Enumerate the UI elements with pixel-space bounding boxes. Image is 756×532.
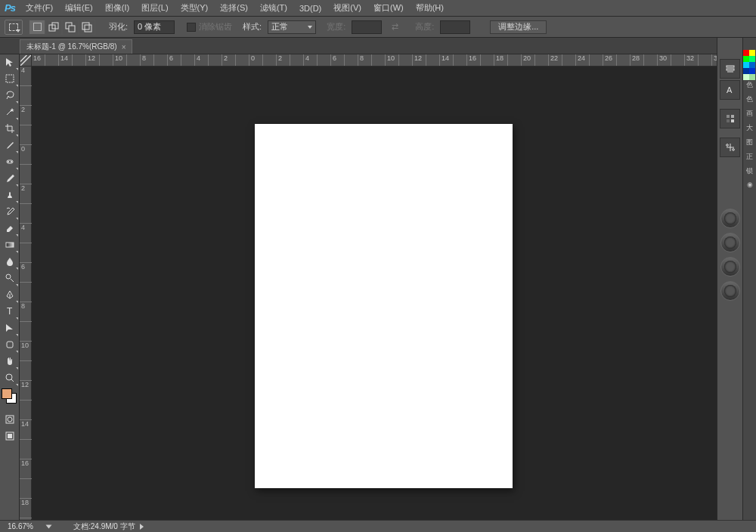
history-panel-icon[interactable] — [720, 59, 740, 79]
svg-rect-30 — [731, 115, 734, 118]
menu-edit[interactable]: 编辑(E) — [59, 2, 99, 14]
panel-label: ◉ — [743, 181, 756, 188]
zoom-level[interactable]: 16.67% — [0, 522, 45, 530]
vertical-ruler[interactable]: 4202468101214161822333 — [20, 54, 32, 520]
menu-window[interactable]: 窗口(W) — [367, 2, 410, 14]
document-tab[interactable]: 未标题-1 @ 16.7%(RGB/8) × — [20, 39, 132, 54]
panel-label: 图 — [743, 138, 756, 147]
tool-path[interactable] — [1, 320, 19, 337]
panel-label: 色 — [743, 80, 756, 90]
svg-text:T: T — [7, 306, 13, 317]
feather-label: 羽化: — [109, 21, 128, 32]
tool-type[interactable]: T — [1, 304, 19, 320]
lasso-icon — [5, 90, 15, 103]
svg-point-10 — [11, 161, 11, 162]
zoom-caret-icon[interactable] — [46, 524, 52, 528]
tool-stamp[interactable] — [1, 187, 19, 204]
antialias-label: 消除锯齿 — [199, 21, 232, 32]
menu-help[interactable]: 帮助(H) — [410, 2, 450, 14]
style-select[interactable]: 正常 — [268, 20, 316, 34]
tab-close-icon[interactable]: × — [122, 43, 126, 51]
app-logo: Ps — [0, 2, 20, 14]
tool-blur[interactable] — [1, 254, 19, 271]
tool-dodge[interactable] — [1, 271, 19, 287]
tool-crop[interactable] — [1, 121, 19, 138]
svg-rect-22 — [8, 434, 12, 438]
info-caret-icon[interactable] — [140, 524, 144, 530]
menu-image[interactable]: 图像(I) — [99, 2, 135, 14]
selection-mode-group — [29, 20, 95, 35]
svg-line-13 — [11, 279, 14, 282]
doc-info[interactable]: 文档:24.9M/0 字节 — [73, 521, 144, 532]
panel-knob[interactable] — [720, 209, 740, 228]
props-panel-icon[interactable] — [720, 138, 740, 157]
crop-icon — [5, 123, 15, 136]
width-input — [352, 20, 382, 34]
swatches-panel-icon[interactable] — [720, 109, 740, 128]
panel-strip: A — [717, 38, 742, 520]
panel-label: 锁 — [743, 166, 756, 176]
refine-edge-button[interactable]: 调整边缘... — [490, 20, 547, 34]
panel-label: 大 — [743, 123, 756, 133]
menu-select[interactable]: 选择(S) — [214, 2, 254, 14]
feather-input[interactable] — [134, 20, 175, 34]
menu-file[interactable]: 文件(F) — [20, 2, 59, 14]
shape-icon — [5, 339, 15, 352]
eyedropper-icon — [5, 140, 15, 153]
style-label: 样式: — [243, 21, 262, 32]
color-grid[interactable] — [743, 45, 755, 76]
ruler-origin[interactable] — [20, 54, 32, 66]
sel-intersect-icon[interactable] — [79, 20, 95, 35]
sel-new-icon[interactable] — [29, 20, 45, 35]
svg-rect-32 — [731, 119, 734, 122]
tool-zoom[interactable] — [1, 370, 19, 387]
svg-rect-5 — [85, 25, 91, 32]
tool-move[interactable] — [1, 54, 19, 71]
tool-hand[interactable] — [1, 354, 19, 370]
tool-gradient[interactable] — [1, 237, 19, 254]
menu-type[interactable]: 类型(Y) — [175, 2, 215, 14]
panel-knob[interactable] — [720, 233, 740, 252]
sel-subtract-icon[interactable] — [62, 20, 79, 35]
tool-brush[interactable] — [1, 171, 19, 187]
svg-point-17 — [6, 374, 12, 380]
options-bar: 羽化: 消除锯齿 样式: 正常 宽度: ⇄ 高度: 调整边缘... — [0, 17, 756, 38]
tool-lasso[interactable] — [1, 88, 19, 104]
tool-screenmode[interactable] — [1, 428, 19, 444]
eraser-icon — [5, 223, 15, 236]
menu-layer[interactable]: 图层(L) — [135, 2, 174, 14]
panel-knob[interactable] — [720, 281, 740, 301]
svg-point-35 — [726, 144, 728, 147]
tool-healing[interactable] — [1, 154, 19, 171]
tool-marquee[interactable] — [1, 71, 19, 88]
tool-wand[interactable] — [1, 104, 19, 121]
tool-eyedropper[interactable] — [1, 138, 19, 154]
menu-3d[interactable]: 3D(D) — [293, 4, 327, 13]
tool-pen[interactable] — [1, 287, 19, 304]
foreground-swatch[interactable] — [2, 388, 12, 399]
move-icon — [5, 57, 15, 70]
tool-history[interactable] — [1, 204, 19, 221]
document-tab-title: 未标题-1 @ 16.7%(RGB/8) — [26, 42, 117, 52]
document-canvas[interactable] — [255, 124, 513, 488]
character-panel-icon[interactable]: A — [720, 80, 740, 100]
menu-filter[interactable]: 滤镜(T) — [254, 2, 293, 14]
sel-add-icon[interactable] — [45, 20, 62, 35]
zoom-icon — [5, 373, 15, 385]
svg-line-7 — [7, 110, 11, 115]
horizontal-ruler[interactable]: 1614121086420246810121416182022242628303… — [32, 54, 717, 66]
type-icon: T — [5, 306, 15, 319]
tool-shape[interactable] — [1, 337, 19, 354]
swap-wh-icon: ⇄ — [389, 22, 400, 32]
tool-eraser[interactable] — [1, 221, 19, 237]
tool-quickmask[interactable] — [1, 411, 19, 428]
menu-view[interactable]: 视图(V) — [327, 2, 367, 14]
blur-icon — [5, 256, 15, 269]
tool-preset[interactable] — [5, 20, 23, 35]
svg-rect-3 — [69, 26, 75, 32]
panel-knob[interactable] — [720, 257, 740, 277]
healing-icon — [5, 156, 15, 169]
svg-rect-29 — [727, 115, 730, 118]
canvas-area[interactable] — [32, 66, 717, 520]
brush-icon — [5, 173, 15, 186]
